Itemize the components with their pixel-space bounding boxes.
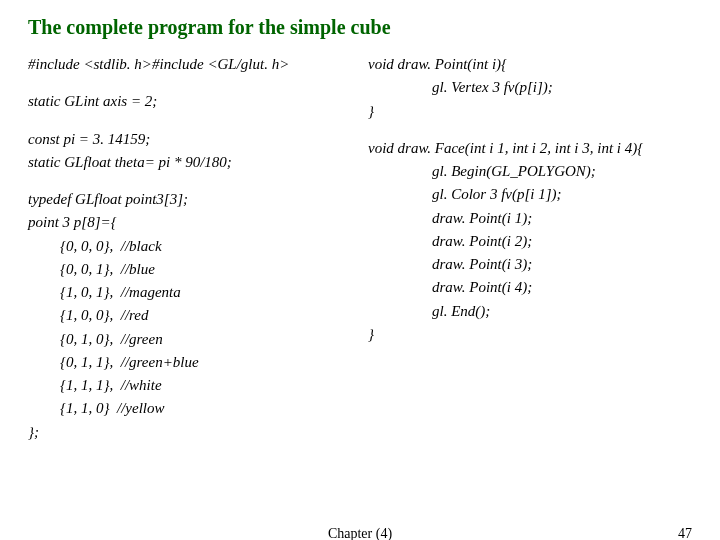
array-close: }; [28,421,352,444]
fn-drawface-dp3: draw. Point(i 3); [368,253,692,276]
array-decl: point 3 p[8]={ [28,211,352,234]
fn-drawpoint-sig: void draw. Point(int i){ [368,53,692,76]
fn-drawpoint-close: } [368,100,692,123]
fn-drawface-dp1: draw. Point(i 1); [368,207,692,230]
fn-drawface-color: gl. Color 3 fv(p[i 1]); [368,183,692,206]
typedef-line: typedef GLfloat point3[3]; [28,188,352,211]
axis-line: static GLint axis = 2; [28,90,352,113]
slide: The complete program for the simple cube… [0,0,720,540]
array-item-1: {0, 0, 1}, //blue [28,258,352,281]
array-item-2: {1, 0, 1}, //magenta [28,281,352,304]
footer-page-number: 47 [678,526,692,540]
include-line: #include <stdlib. h>#include <GL/glut. h… [28,53,352,76]
right-column: void draw. Point(int i){ gl. Vertex 3 fv… [360,53,692,444]
fn-drawpoint-body: gl. Vertex 3 fv(p[i]); [368,76,692,99]
array-item-5: {0, 1, 1}, //green+blue [28,351,352,374]
array-item-0: {0, 0, 0}, //black [28,235,352,258]
page-title: The complete program for the simple cube [28,16,692,39]
fn-drawface-close: } [368,323,692,346]
fn-drawface-begin: gl. Begin(GL_POLYGON); [368,160,692,183]
fn-drawface-dp4: draw. Point(i 4); [368,276,692,299]
fn-drawface-sig: void draw. Face(int i 1, int i 2, int i … [368,137,692,160]
footer-chapter: Chapter (4) [328,526,392,540]
pi-line: const pi = 3. 14159; [28,128,352,151]
fn-drawface-end: gl. End(); [368,300,692,323]
fn-drawface-dp2: draw. Point(i 2); [368,230,692,253]
array-item-6: {1, 1, 1}, //white [28,374,352,397]
array-item-4: {0, 1, 0}, //green [28,328,352,351]
array-item-3: {1, 0, 0}, //red [28,304,352,327]
left-column: #include <stdlib. h>#include <GL/glut. h… [28,53,360,444]
theta-line: static GLfloat theta= pi * 90/180; [28,151,352,174]
array-item-7: {1, 1, 0} //yellow [28,397,352,420]
content-columns: #include <stdlib. h>#include <GL/glut. h… [28,53,692,444]
